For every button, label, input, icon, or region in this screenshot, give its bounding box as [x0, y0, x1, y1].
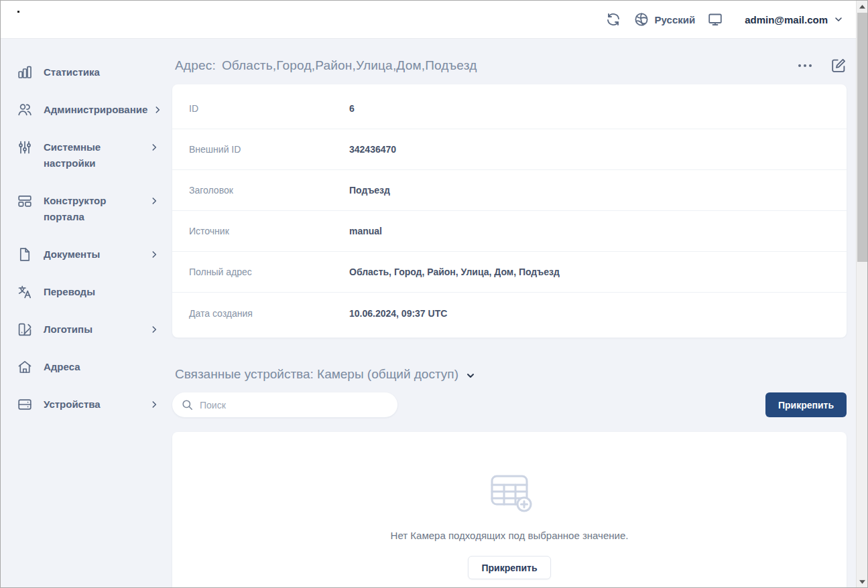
chevron-right-icon — [149, 400, 159, 409]
page-title-value: Область,Город,Район,Улица,Дом,Подъезд — [222, 58, 477, 72]
page-title: Адрес:Область,Город,Район,Улица,Дом,Подъ… — [175, 58, 477, 73]
detail-label: Дата создания — [189, 308, 349, 319]
table-add-icon — [489, 473, 536, 515]
chevron-right-icon — [153, 105, 162, 115]
detail-label: Заголовок — [189, 185, 349, 196]
scroll-down-icon[interactable] — [857, 576, 868, 587]
sidebar-item-label: Переводы — [44, 284, 159, 300]
sidebar-nav: Статистика Администрирование — [1, 39, 172, 588]
empty-state-message: Нет Камера подходящих под выбранное знач… — [391, 530, 629, 541]
app-window: Русский admin@mail.com — [0, 0, 868, 588]
sidebar-item-label: Системные настройки — [44, 139, 149, 171]
sidebar-item-label: Конструктор портала — [44, 193, 149, 225]
sidebar-item-label: Устройства — [44, 396, 149, 413]
detail-value: 342436470 — [349, 144, 396, 155]
search-input[interactable] — [172, 392, 397, 417]
chevron-right-icon — [149, 325, 159, 334]
language-label: Русский — [655, 14, 696, 25]
detail-row-title: Заголовок Подъезд — [172, 170, 847, 211]
document-icon — [17, 246, 33, 263]
sidebar-item-statistics[interactable]: Статистика — [1, 54, 172, 91]
detail-value: Подъезд — [349, 185, 390, 196]
detail-row-id: ID 6 — [172, 88, 847, 129]
search-box — [172, 392, 397, 417]
detail-label: Внешний ID — [189, 144, 349, 155]
related-devices-toolbar: Прикрепить — [172, 392, 847, 417]
sidebar-item-label: Статистика — [44, 64, 159, 80]
detail-value: manual — [349, 226, 382, 236]
home-icon — [17, 359, 33, 375]
detail-label: Полный адрес — [189, 267, 349, 277]
users-icon — [17, 102, 33, 118]
language-switcher[interactable]: Русский — [633, 11, 696, 27]
logo-placeholder — [17, 11, 19, 13]
vertical-scrollbar[interactable] — [856, 1, 867, 587]
scrollbar-thumb[interactable] — [857, 13, 867, 262]
refresh-icon[interactable] — [605, 11, 621, 27]
attach-button[interactable]: Прикрепить — [765, 392, 847, 417]
sliders-icon — [17, 139, 33, 155]
chevron-down-icon — [833, 14, 844, 25]
search-icon — [181, 398, 194, 411]
more-icon[interactable] — [797, 60, 813, 71]
sidebar-item-label: Документы — [44, 246, 149, 263]
related-devices-title: Связанные устройства: Камеры (общий дост… — [175, 367, 458, 382]
chevron-right-icon — [149, 250, 159, 259]
sidebar-item-label: Логотипы — [44, 321, 149, 338]
related-devices-empty-card: Нет Камера подходящих под выбранное знач… — [172, 432, 847, 588]
sidebar-item-translations[interactable]: Переводы — [1, 273, 172, 311]
detail-value: 6 — [349, 103, 355, 114]
translate-icon — [17, 284, 33, 300]
page-title-label: Адрес: — [175, 58, 216, 72]
account-menu[interactable]: admin@mail.com — [745, 14, 844, 25]
address-details-card: ID 6 Внешний ID 342436470 Заголовок Подъ… — [172, 84, 847, 338]
empty-attach-button[interactable]: Прикрепить — [468, 556, 550, 579]
bar-chart-icon — [17, 64, 33, 80]
sidebar-item-label: Адреса — [44, 359, 159, 375]
sidebar-item-devices[interactable]: Устройства — [1, 386, 172, 423]
detail-row-created-date: Дата создания 10.06.2024, 09:37 UTC — [172, 293, 847, 334]
detail-row-source: Источник manual — [172, 211, 847, 252]
sidebar-item-documents[interactable]: Документы — [1, 236, 172, 273]
layout-icon — [17, 193, 33, 209]
globe-icon — [633, 11, 649, 27]
scroll-up-icon[interactable] — [857, 1, 868, 12]
edit-icon[interactable] — [830, 58, 847, 74]
logos-icon — [17, 321, 33, 338]
chevron-right-icon — [149, 196, 159, 206]
monitor-icon[interactable] — [707, 11, 723, 27]
detail-row-full-address: Полный адрес Область, Город, Район, Улиц… — [172, 252, 847, 293]
sidebar-item-portal-builder[interactable]: Конструктор портала — [1, 182, 172, 236]
sidebar-item-logos[interactable]: Логотипы — [1, 311, 172, 348]
page-header: Адрес:Область,Город,Район,Улица,Дом,Подъ… — [175, 54, 847, 78]
detail-value: Область, Город, Район, Улица, Дом, Подъе… — [349, 267, 560, 277]
top-header: Русский admin@mail.com — [1, 1, 857, 39]
chevron-right-icon — [149, 143, 159, 152]
detail-row-external-id: Внешний ID 342436470 — [172, 129, 847, 170]
account-email: admin@mail.com — [745, 14, 828, 25]
chevron-down-icon[interactable] — [465, 370, 476, 381]
related-devices-header[interactable]: Связанные устройства: Камеры (общий дост… — [175, 367, 847, 382]
main-content: Адрес:Область,Город,Район,Улица,Дом,Подъ… — [172, 39, 857, 588]
sidebar-item-addresses[interactable]: Адреса — [1, 348, 172, 386]
page-actions — [797, 58, 847, 74]
sidebar-item-administration[interactable]: Администрирование — [1, 91, 172, 129]
detail-label: ID — [189, 103, 349, 114]
sidebar-item-label: Администрирование — [44, 102, 153, 118]
detail-value: 10.06.2024, 09:37 UTC — [349, 308, 447, 319]
sidebar-item-system-settings[interactable]: Системные настройки — [1, 129, 172, 182]
devices-icon — [17, 396, 33, 413]
detail-label: Источник — [189, 226, 349, 236]
